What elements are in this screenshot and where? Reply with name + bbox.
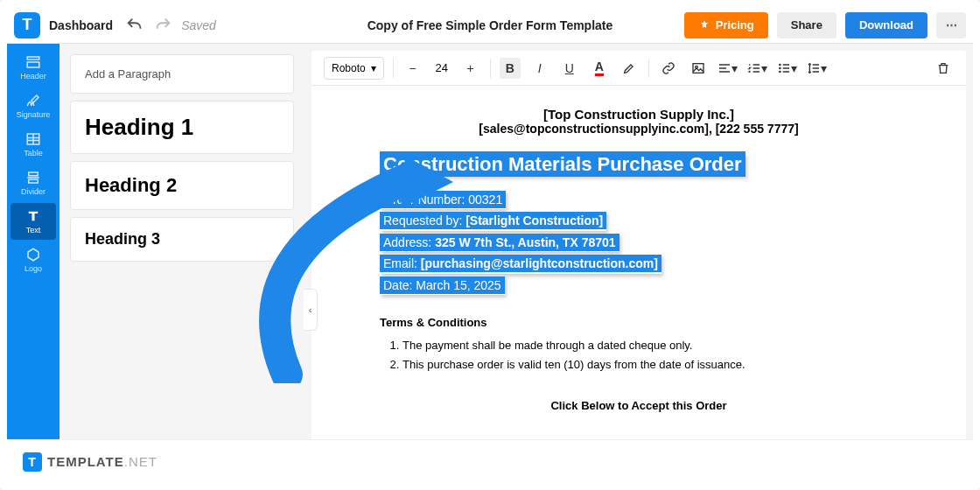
pricing-button[interactable]: Pricing bbox=[684, 12, 768, 38]
accept-heading[interactable]: Click Below to Accept this Order bbox=[380, 399, 898, 412]
add-paragraph-button[interactable]: Add a Paragraph bbox=[70, 54, 294, 94]
company-name[interactable]: [Top Construction Supply Inc.] bbox=[380, 107, 898, 122]
nav-signature[interactable]: Signature bbox=[10, 88, 56, 124]
nav-text[interactable]: Text bbox=[10, 203, 56, 240]
svg-point-7 bbox=[780, 64, 780, 65]
chevron-down-icon: ▾ bbox=[371, 62, 376, 74]
separator bbox=[393, 59, 394, 78]
main: Header Signature Table Divider Text Logo… bbox=[7, 44, 973, 439]
heading-3-button[interactable]: Heading 3 bbox=[70, 217, 294, 262]
decrease-size-button[interactable]: − bbox=[402, 58, 424, 79]
font-size-value[interactable]: 24 bbox=[432, 61, 452, 74]
italic-button[interactable]: I bbox=[529, 58, 550, 79]
editor-area: ‹ Roboto▾ − 24 + B I U A ▾ ▾ ▾ ▾ [Top Co… bbox=[304, 44, 973, 439]
left-nav: Header Signature Table Divider Text Logo bbox=[7, 44, 60, 439]
dashboard-link[interactable]: Dashboard bbox=[49, 18, 113, 32]
company-contact[interactable]: [sales@topconstructionsupplyinc.com], [2… bbox=[380, 122, 898, 136]
link-button[interactable] bbox=[658, 58, 679, 79]
svg-rect-5 bbox=[693, 63, 704, 73]
collapse-panel-button[interactable]: ‹ bbox=[304, 289, 318, 331]
align-button[interactable]: ▾ bbox=[718, 58, 738, 79]
text-color-button[interactable]: A bbox=[589, 58, 610, 79]
underline-button[interactable]: U bbox=[559, 58, 580, 79]
bold-button[interactable]: B bbox=[500, 58, 521, 79]
separator bbox=[490, 59, 491, 78]
heading-1-button[interactable]: Heading 1 bbox=[70, 101, 294, 154]
footer-logo[interactable]: T TEMPLATE.NET bbox=[23, 452, 158, 472]
nav-logo[interactable]: Logo bbox=[10, 242, 56, 278]
term-1: The payment shall be made through a date… bbox=[402, 336, 898, 355]
terms-heading[interactable]: Terms & Conditions bbox=[380, 316, 898, 329]
increase-size-button[interactable]: + bbox=[460, 58, 481, 79]
font-select[interactable]: Roboto▾ bbox=[324, 57, 384, 80]
topbar: T Dashboard Saved Copy of Free Simple Or… bbox=[7, 7, 973, 44]
footer-logo-icon: T bbox=[23, 452, 42, 472]
heading-2-button[interactable]: Heading 2 bbox=[70, 161, 294, 210]
pricing-label: Pricing bbox=[716, 18, 754, 32]
nav-header[interactable]: Header bbox=[10, 49, 56, 86]
svg-rect-4 bbox=[29, 179, 38, 183]
nav-table[interactable]: Table bbox=[10, 126, 56, 163]
app-logo[interactable]: T bbox=[14, 12, 40, 38]
footer: T TEMPLATE.NET bbox=[7, 439, 973, 483]
svg-rect-1 bbox=[27, 62, 39, 67]
highlight-button[interactable] bbox=[619, 58, 640, 79]
separator bbox=[648, 59, 649, 78]
svg-point-9 bbox=[780, 71, 780, 72]
doc-title-selected[interactable]: Construction Materials Purchase Order bbox=[380, 151, 746, 177]
share-button[interactable]: Share bbox=[777, 12, 836, 38]
document-page[interactable]: [Top Construction Supply Inc.] [sales@to… bbox=[312, 86, 966, 439]
terms-list[interactable]: The payment shall be made through a date… bbox=[402, 336, 898, 374]
svg-point-8 bbox=[780, 67, 780, 68]
email-line[interactable]: Email: [purchasing@starlightconstruction… bbox=[380, 255, 662, 272]
order-line[interactable]: Order Number: 00321 bbox=[380, 191, 506, 208]
numbered-list-button[interactable]: ▾ bbox=[747, 58, 768, 79]
topbar-actions: Pricing Share Download ⋯ bbox=[684, 12, 966, 38]
address-line[interactable]: Address: 325 W 7th St., Austin, TX 78701 bbox=[380, 234, 620, 251]
redo-icon[interactable] bbox=[153, 16, 172, 35]
svg-rect-0 bbox=[27, 57, 39, 60]
nav-divider[interactable]: Divider bbox=[10, 164, 56, 201]
text-panel: Add a Paragraph Heading 1 Heading 2 Head… bbox=[60, 44, 304, 439]
download-button[interactable]: Download bbox=[845, 12, 928, 38]
requested-line[interactable]: Requested by: [Starlight Construction] bbox=[380, 212, 606, 229]
format-toolbar: Roboto▾ − 24 + B I U A ▾ ▾ ▾ ▾ bbox=[312, 51, 966, 86]
date-line[interactable]: Date: March 15, 2025 bbox=[380, 276, 505, 294]
svg-rect-3 bbox=[29, 172, 38, 176]
more-button[interactable]: ⋯ bbox=[936, 12, 966, 38]
saved-indicator: Saved bbox=[181, 18, 216, 32]
term-2: This purchase order is valid ten (10) da… bbox=[402, 355, 898, 374]
document-title[interactable]: Copy of Free Simple Order Form Template bbox=[368, 18, 613, 32]
line-spacing-button[interactable]: ▾ bbox=[807, 58, 828, 79]
undo-icon[interactable] bbox=[125, 16, 144, 35]
delete-button[interactable] bbox=[933, 58, 954, 79]
bullet-list-button[interactable]: ▾ bbox=[777, 58, 798, 79]
image-button[interactable] bbox=[688, 58, 709, 79]
